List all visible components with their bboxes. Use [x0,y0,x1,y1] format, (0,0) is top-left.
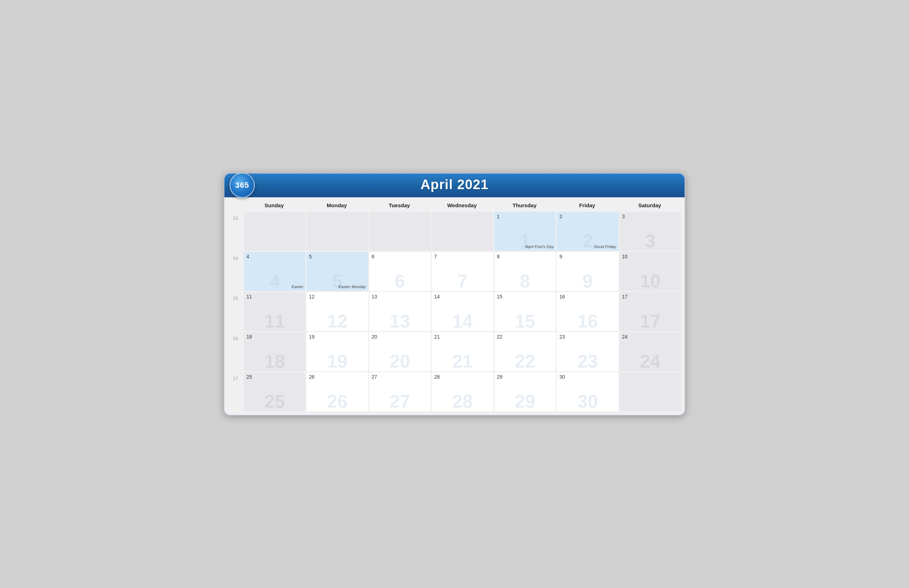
calendar-container: 365 April 2021 Sunday Monday Tuesday Wed… [224,173,685,415]
day-watermark: 9 [583,272,593,290]
week-number-14: 14 [228,252,243,291]
logo-text: 365 [235,181,249,190]
day-cell-19-week4-col1[interactable]: 1919 [306,332,368,371]
holiday-label: Easter Monday [338,284,366,289]
day-cell-empty-week5-col6[interactable] [619,372,681,411]
day-watermark: 2 [583,232,593,250]
day-cell-empty-week1-col0[interactable] [244,212,306,251]
day-watermark: 11 [265,312,285,330]
day-watermark: 29 [515,392,535,410]
day-cell-28-week5-col3[interactable]: 2828 [432,372,493,411]
day-number: 20 [372,334,428,339]
day-number: 6 [372,254,428,259]
day-watermark: 21 [452,352,473,370]
day-number: 30 [559,374,616,380]
day-cell-24-week4-col6[interactable]: 2424 [619,332,681,371]
day-cell-9-week2-col5[interactable]: 99 [557,252,618,291]
day-watermark: 7 [457,272,467,290]
calendar-header: 365 April 2021 [225,173,684,197]
day-header-sunday: Sunday [243,200,306,210]
day-number: 27 [372,374,428,380]
day-number: 13 [372,294,428,299]
day-cell-4-week2-col0[interactable]: 44Easter [244,252,306,291]
day-cell-13-week3-col2[interactable]: 1313 [369,292,431,331]
day-cell-23-week4-col5[interactable]: 2323 [557,332,618,371]
day-watermark: 18 [265,352,285,370]
week-number-17: 17 [228,372,243,411]
day-number: 16 [559,294,616,299]
holiday-label: Easter [291,284,303,289]
week-num-header-empty [228,200,243,210]
day-cell-empty-week1-col2[interactable] [369,212,431,251]
day-cell-18-week4-col0[interactable]: 1818 [244,332,306,371]
day-cell-7-week2-col3[interactable]: 77 [432,252,493,291]
day-cell-12-week3-col1[interactable]: 1212 [306,292,368,331]
day-number: 15 [497,294,553,299]
day-cell-16-week3-col5[interactable]: 1616 [557,292,618,331]
day-watermark: 13 [390,312,410,330]
day-watermark: 25 [265,392,285,410]
day-watermark: 19 [327,352,348,370]
day-watermark: 27 [390,392,410,410]
day-cell-2-week1-col5[interactable]: 22Good Friday [557,212,618,251]
day-cell-11-week3-col0[interactable]: 1111 [244,292,306,331]
day-number: 29 [497,374,553,380]
day-number: 1 [497,213,553,219]
logo-badge: 365 [230,173,255,199]
day-cell-5-week2-col1[interactable]: 55Easter Monday [306,252,368,291]
week-row-3: 151111121213131414151516161717 [228,292,681,331]
day-cell-29-week5-col4[interactable]: 2929 [494,372,556,411]
day-number: 21 [434,334,491,339]
day-cell-10-week2-col6[interactable]: 1010 [619,252,681,291]
day-watermark: 23 [577,352,598,370]
day-number: 23 [559,334,616,339]
day-number: 28 [434,374,491,380]
day-number: 22 [497,334,553,339]
day-cell-15-week3-col4[interactable]: 1515 [494,292,556,331]
day-cell-14-week3-col3[interactable]: 1414 [432,292,493,331]
day-number: 4 [246,254,303,259]
week-row-1: 1311April Fool's Day22Good Friday33 [228,212,681,251]
day-cell-20-week4-col2[interactable]: 2020 [369,332,431,371]
day-cell-1-week1-col4[interactable]: 11April Fool's Day [494,212,556,251]
day-cell-empty-week1-col1[interactable] [306,212,368,251]
day-number: 5 [309,254,366,259]
day-watermark: 28 [452,392,473,410]
day-watermark: 15 [515,312,535,330]
day-cell-6-week2-col2[interactable]: 66 [369,252,431,291]
day-watermark: 16 [577,312,598,330]
week-number-15: 15 [228,292,243,331]
week-row-2: 1444Easter55Easter Monday667788991010 [228,252,681,291]
day-header-saturday: Saturday [619,200,681,210]
day-watermark: 26 [327,392,348,410]
holiday-label: Good Friday [594,244,616,249]
day-cell-30-week5-col5[interactable]: 3030 [557,372,618,411]
day-watermark: 6 [395,272,405,290]
day-watermark: 17 [640,312,660,330]
day-watermark: 30 [577,392,598,410]
week-number-16: 16 [228,332,243,371]
day-header-wednesday: Wednesday [431,200,493,210]
day-cell-17-week3-col6[interactable]: 1717 [619,292,681,331]
day-cell-8-week2-col4[interactable]: 88 [494,252,556,291]
day-cell-21-week4-col3[interactable]: 2121 [432,332,493,371]
day-cell-25-week5-col0[interactable]: 2525 [244,372,306,411]
day-number: 8 [497,254,553,259]
day-cell-empty-week1-col3[interactable] [432,212,493,251]
days-header: Sunday Monday Tuesday Wednesday Thursday… [228,200,681,210]
day-watermark: 20 [390,352,410,370]
day-number: 7 [434,254,491,259]
day-cell-3-week1-col6[interactable]: 33 [619,212,681,251]
day-header-tuesday: Tuesday [368,200,431,210]
calendar-grid: 1311April Fool's Day22Good Friday331444E… [228,212,681,411]
day-watermark: 8 [520,272,530,290]
day-cell-27-week5-col2[interactable]: 2727 [369,372,431,411]
day-cell-22-week4-col4[interactable]: 2222 [494,332,556,371]
day-number: 11 [246,294,303,299]
day-number: 17 [622,294,679,299]
day-watermark: 10 [640,272,660,290]
day-number: 25 [246,374,303,380]
week-number-13: 13 [228,212,243,251]
day-cell-26-week5-col1[interactable]: 2626 [306,372,368,411]
day-watermark: 4 [270,272,280,290]
